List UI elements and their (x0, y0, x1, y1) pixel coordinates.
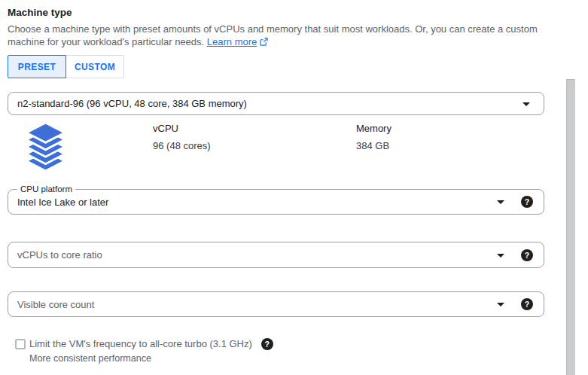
turbo-limit-checkbox[interactable] (15, 339, 26, 349)
description: Choose a machine type with preset amount… (8, 23, 544, 48)
turbo-limit-label: Limit the VM's frequency to all-core tur… (29, 338, 252, 350)
vcpu-value: 96 (48 cores) (153, 141, 211, 151)
vcpu-core-ratio-placeholder: vCPUs to core ratio (8, 249, 102, 261)
page-title: Machine type (8, 6, 72, 20)
description-text: Choose a machine type with preset amount… (8, 23, 538, 47)
turbo-limit-row: Limit the VM's frequency to all-core tur… (15, 338, 273, 350)
dropdown-arrow-icon (497, 200, 504, 204)
memory-summary: Memory 384 GB (356, 123, 391, 151)
turbo-limit-sublabel: More consistent performance (29, 353, 151, 364)
learn-more-link[interactable]: Learn more (207, 36, 268, 47)
dropdown-arrow-icon (522, 102, 530, 106)
machine-type-panel: Machine type Choose a machine type with … (0, 0, 588, 375)
dropdown-arrow-icon (497, 303, 504, 306)
vcpu-core-ratio-select[interactable]: vCPUs to core ratio ? (8, 242, 544, 268)
external-link-icon (260, 38, 268, 46)
cpu-platform-help-icon[interactable]: ? (521, 196, 533, 208)
tab-custom[interactable]: CUSTOM (66, 55, 124, 78)
cpu-platform-select[interactable]: CPU platform Intel Ice Lake or later ? (8, 189, 544, 215)
vertical-scrollbar-thumb[interactable] (566, 79, 575, 375)
cpu-platform-field-label: CPU platform (17, 184, 75, 194)
tab-preset[interactable]: PRESET (8, 55, 66, 78)
visible-core-count-placeholder: Visible core count (8, 299, 94, 310)
vcpu-summary: vCPU 96 (48 cores) (153, 123, 211, 151)
cpu-platform-select-value: Intel Ice Lake or later (8, 197, 108, 208)
machine-type-tabs: PRESET CUSTOM (8, 55, 124, 78)
turbo-limit-help-icon[interactable]: ? (261, 338, 273, 350)
vcpu-label: vCPU (153, 123, 211, 134)
learn-more-label: Learn more (207, 36, 257, 47)
machine-type-select-value: n2-standard-96 (96 vCPU, 48 core, 384 GB… (8, 98, 247, 109)
memory-label: Memory (356, 123, 391, 134)
memory-value: 384 GB (356, 141, 391, 151)
dropdown-arrow-icon (497, 254, 504, 258)
vcpu-core-ratio-help-icon[interactable]: ? (521, 249, 533, 261)
machine-type-select[interactable]: n2-standard-96 (96 vCPU, 48 core, 384 GB… (8, 92, 544, 115)
visible-core-count-help-icon[interactable]: ? (521, 298, 533, 310)
machine-layers-icon (25, 122, 66, 172)
visible-core-count-select[interactable]: Visible core count ? (8, 291, 544, 317)
